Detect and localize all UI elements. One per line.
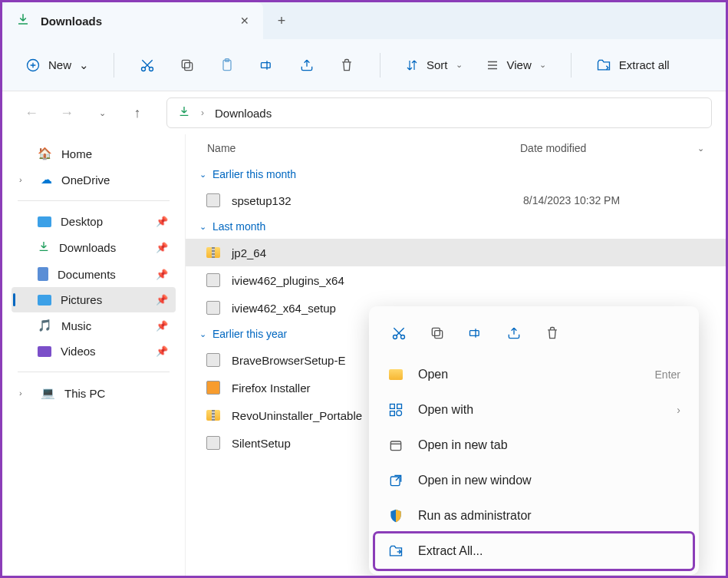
open-with-icon — [387, 401, 404, 418]
svg-rect-10 — [435, 331, 443, 339]
download-icon — [16, 12, 30, 29]
chevron-down-icon: ⌄ — [456, 60, 463, 70]
column-headers: Name Date modified⌄ — [186, 134, 726, 162]
delete-button[interactable] — [331, 49, 363, 81]
chevron-down-icon: ⌄ — [539, 60, 546, 70]
videos-icon — [38, 346, 51, 357]
svg-rect-13 — [390, 405, 395, 409]
menu-run-admin[interactable]: Run as administrator — [375, 498, 693, 533]
sidebar-item-music[interactable]: 🎵Music📌 — [12, 312, 176, 339]
svg-rect-17 — [390, 441, 400, 451]
chevron-right-icon[interactable]: › — [19, 388, 31, 398]
sidebar: 🏠 Home › ☁ OneDrive Desktop📌 Downloads📌 … — [2, 134, 185, 576]
cut-button[interactable] — [383, 317, 415, 349]
column-date[interactable]: Date modified⌄ — [520, 142, 704, 154]
pc-icon: 💻 — [41, 386, 55, 400]
svg-rect-15 — [390, 411, 395, 416]
menu-extract-all[interactable]: Extract All... — [375, 533, 693, 569]
installer-icon — [204, 378, 222, 397]
new-tab-icon — [387, 437, 404, 454]
pin-icon: 📌 — [156, 269, 168, 280]
tab-bar: Downloads ✕ + — [2, 2, 726, 39]
back-button[interactable]: ← — [16, 97, 47, 128]
installer-icon — [204, 191, 222, 210]
sidebar-item-onedrive[interactable]: › ☁ OneDrive — [12, 167, 176, 193]
share-button[interactable] — [291, 49, 323, 81]
up-button[interactable]: ↑ — [122, 97, 153, 128]
copy-button[interactable] — [171, 49, 203, 81]
sort-button[interactable]: Sort ⌄ — [397, 49, 470, 81]
sidebar-item-documents[interactable]: Documents📌 — [12, 261, 176, 287]
chevron-right-icon: › — [677, 404, 680, 416]
share-button[interactable] — [498, 317, 530, 349]
installer-icon — [204, 434, 222, 452]
desktop-icon — [38, 216, 51, 227]
toolbar: New ⌄ Sort ⌄ View ⌄ Extract all — [2, 39, 726, 91]
rename-button[interactable] — [251, 49, 283, 81]
tab-title: Downloads — [41, 15, 229, 28]
file-row[interactable]: jp2_64 — [186, 239, 726, 266]
sidebar-item-thispc[interactable]: › 💻 This PC — [12, 380, 176, 406]
svg-point-16 — [397, 411, 402, 416]
cloud-icon: ☁ — [41, 173, 52, 187]
sidebar-item-downloads[interactable]: Downloads📌 — [12, 234, 176, 261]
pin-icon: 📌 — [156, 216, 168, 227]
music-icon: 🎵 — [38, 319, 52, 332]
new-window-icon — [387, 472, 404, 489]
pin-icon: 📌 — [156, 294, 168, 306]
menu-open[interactable]: Open Enter — [375, 357, 693, 392]
group-last-month[interactable]: ⌄Last month — [186, 214, 726, 239]
pin-icon: 📌 — [156, 242, 168, 253]
svg-rect-11 — [432, 328, 440, 335]
file-row[interactable]: spsetup1328/14/2023 10:32 PM — [186, 187, 726, 214]
file-row[interactable]: iview462_plugins_x64 — [186, 266, 726, 294]
chevron-right-icon[interactable]: › — [19, 175, 31, 184]
breadcrumb-current[interactable]: Downloads — [215, 107, 272, 120]
new-button[interactable]: New ⌄ — [18, 53, 97, 78]
extract-all-toolbar-button[interactable]: Extract all — [588, 49, 677, 81]
sidebar-item-desktop[interactable]: Desktop📌 — [12, 209, 176, 234]
group-earlier-month[interactable]: ⌄Earlier this month — [186, 162, 726, 187]
recent-button[interactable]: ⌄ — [87, 97, 117, 128]
pictures-icon — [38, 295, 51, 306]
view-button[interactable]: View ⌄ — [478, 49, 554, 81]
pin-icon: 📌 — [156, 345, 168, 357]
copy-button[interactable] — [421, 317, 453, 349]
menu-open-with[interactable]: Open with › — [375, 392, 693, 428]
new-tab-button[interactable]: + — [263, 13, 300, 29]
zip-icon — [204, 406, 222, 424]
shield-icon — [387, 507, 404, 524]
chevron-down-icon: ⌄ — [79, 58, 89, 72]
svg-rect-14 — [397, 405, 402, 409]
context-menu: Open Enter Open with › Open in new tab O… — [369, 306, 699, 575]
delete-button[interactable] — [536, 317, 568, 349]
folder-icon — [387, 366, 404, 383]
sidebar-item-home[interactable]: 🏠 Home — [12, 140, 176, 167]
zip-icon — [204, 243, 222, 262]
extract-icon — [387, 543, 404, 560]
download-icon — [38, 240, 50, 255]
sidebar-item-videos[interactable]: Videos📌 — [12, 339, 176, 364]
svg-rect-4 — [182, 60, 189, 68]
chevron-down-icon: ⌄ — [697, 144, 704, 154]
pin-icon: 📌 — [156, 320, 168, 332]
installer-icon — [204, 351, 222, 369]
installer-icon — [204, 271, 222, 289]
paste-button[interactable] — [211, 49, 243, 81]
column-name[interactable]: Name — [207, 142, 520, 154]
svg-rect-12 — [470, 331, 479, 336]
close-icon[interactable]: ✕ — [240, 15, 249, 27]
tab-downloads[interactable]: Downloads ✕ — [2, 2, 263, 39]
document-icon — [38, 267, 48, 281]
sidebar-item-pictures[interactable]: Pictures📌 — [12, 287, 176, 312]
svg-rect-3 — [185, 62, 193, 70]
menu-open-new-window[interactable]: Open in new window — [375, 463, 693, 498]
nav-bar: ← → ⌄ ↑ › Downloads — [2, 91, 726, 134]
forward-button[interactable]: → — [51, 97, 82, 128]
svg-rect-7 — [262, 62, 271, 68]
download-icon — [178, 105, 190, 121]
cut-button[interactable] — [131, 49, 163, 81]
menu-open-new-tab[interactable]: Open in new tab — [375, 428, 693, 463]
rename-button[interactable] — [460, 317, 492, 349]
address-bar[interactable]: › Downloads — [166, 97, 712, 128]
